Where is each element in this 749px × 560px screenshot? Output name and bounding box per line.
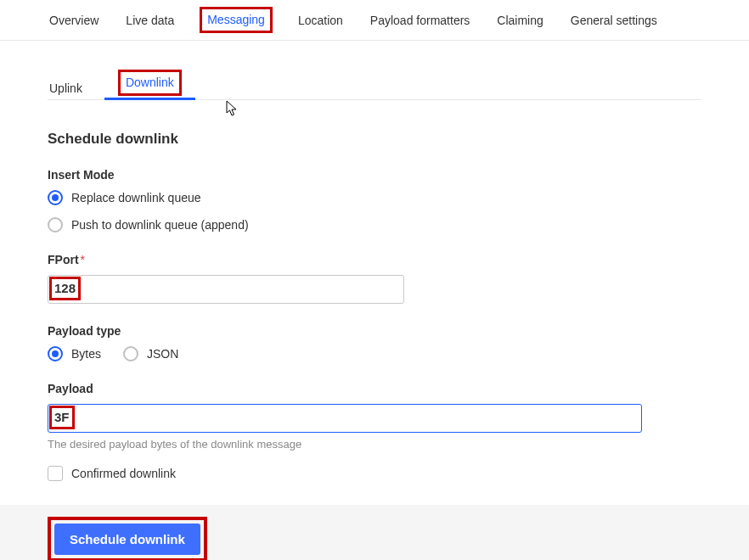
checkbox-icon [48, 466, 63, 481]
radio-icon [48, 217, 63, 232]
payload-type-json-label: JSON [147, 347, 178, 361]
payload-type-bytes-label: Bytes [71, 347, 101, 361]
required-star-icon: * [81, 253, 85, 266]
payload-type-bytes[interactable]: Bytes [48, 346, 101, 361]
payload-label: Payload [48, 382, 701, 395]
tab-payload-formatters[interactable]: Payload formatters [369, 10, 472, 31]
cursor-icon [226, 100, 238, 117]
tab-overview[interactable]: Overview [48, 10, 100, 31]
fport-input[interactable] [48, 275, 404, 304]
fport-value-highlight: 128 [49, 277, 81, 300]
confirmed-downlink-label: Confirmed downlink [71, 467, 176, 480]
insert-mode-label: Insert Mode [48, 168, 701, 182]
action-bar: Schedule downlink [0, 505, 749, 560]
sub-tab-uplink[interactable]: Uplink [48, 75, 84, 104]
schedule-button-highlight: Schedule downlink [48, 517, 207, 560]
payload-value-highlight: 3F [49, 406, 75, 429]
sub-tab-downlink[interactable]: Downlink [126, 76, 174, 89]
payload-type-label: Payload type [48, 324, 701, 338]
tab-messaging-highlight: Messaging [200, 7, 273, 33]
schedule-downlink-button[interactable]: Schedule downlink [54, 524, 200, 555]
fport-label: FPort* [48, 253, 701, 266]
confirmed-downlink-checkbox[interactable]: Confirmed downlink [48, 466, 701, 481]
tab-messaging[interactable]: Messaging [207, 13, 265, 26]
payload-input[interactable] [48, 404, 642, 433]
radio-icon [123, 346, 138, 361]
insert-mode-replace[interactable]: Replace downlink queue [48, 190, 701, 205]
tab-location[interactable]: Location [296, 10, 345, 31]
insert-mode-replace-label: Replace downlink queue [71, 191, 201, 204]
tab-claiming[interactable]: Claiming [495, 10, 544, 31]
sub-tab-bar: Uplink Downlink [48, 70, 701, 100]
top-tab-bar: Overview Live data Messaging Location Pa… [0, 0, 749, 41]
radio-icon [48, 346, 63, 361]
payload-help-text: The desired payload bytes of the downlin… [48, 438, 701, 451]
payload-type-json[interactable]: JSON [123, 346, 178, 361]
page-title: Schedule downlink [48, 131, 701, 148]
sub-tab-downlink-highlight: Downlink [118, 70, 182, 96]
insert-mode-append[interactable]: Push to downlink queue (append) [48, 217, 701, 232]
insert-mode-append-label: Push to downlink queue (append) [71, 218, 249, 232]
tab-general-settings[interactable]: General settings [569, 10, 659, 31]
tab-live-data[interactable]: Live data [124, 10, 176, 31]
radio-icon [48, 190, 63, 205]
